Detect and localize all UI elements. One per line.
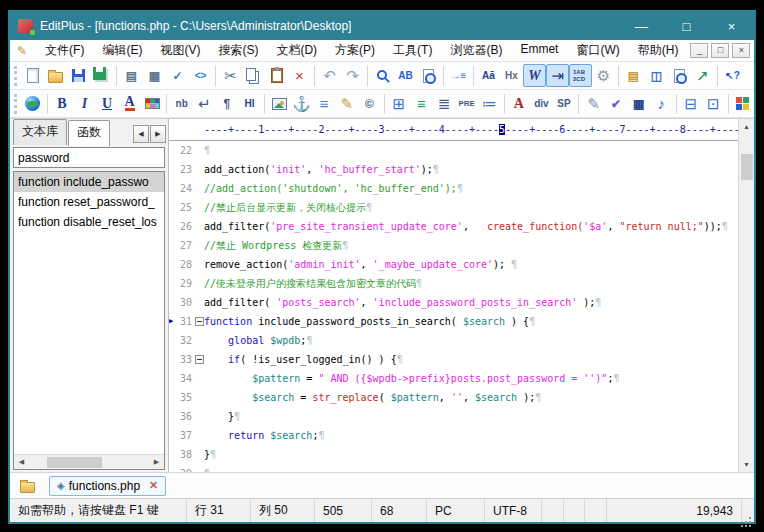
- find-in-files-button[interactable]: [417, 64, 440, 87]
- redo-button[interactable]: ↷: [341, 64, 364, 87]
- tab-close-icon[interactable]: ✕: [149, 479, 158, 492]
- hscroll-right-arrow[interactable]: ▶: [149, 458, 164, 466]
- toolbar-grip[interactable]: [14, 94, 17, 114]
- auto-indent-button[interactable]: ⇥: [546, 64, 569, 87]
- browser-preview-button[interactable]: [668, 64, 691, 87]
- view-in-browser-button[interactable]: ↗: [691, 64, 714, 87]
- menu-item-project[interactable]: 方案(P): [326, 40, 384, 61]
- web-browser-button[interactable]: [21, 92, 44, 115]
- edit-script-button[interactable]: ✎: [582, 92, 605, 115]
- menu-item-search[interactable]: 搜索(S): [209, 40, 267, 61]
- hex-viewer-button[interactable]: Hx: [500, 64, 523, 87]
- anchor-text-button[interactable]: A: [507, 92, 530, 115]
- nbsp-button[interactable]: nb: [170, 92, 193, 115]
- directory-window-button[interactable]: [15, 476, 39, 496]
- span-tag-button[interactable]: SP: [553, 92, 576, 115]
- menu-item-edit[interactable]: 编辑(E): [93, 40, 151, 61]
- vscroll-up-arrow[interactable]: ▲: [739, 119, 754, 134]
- sidebar-tab-cliptext[interactable]: 文本库: [13, 119, 67, 145]
- components-button[interactable]: [732, 92, 755, 115]
- special-chars-button[interactable]: ©: [358, 92, 381, 115]
- new-file-button[interactable]: [21, 64, 44, 87]
- html-entities-button[interactable]: <>: [189, 64, 212, 87]
- insert-form-button[interactable]: ⊟: [680, 92, 703, 115]
- find-button[interactable]: [371, 64, 394, 87]
- print-button[interactable]: ▦: [143, 64, 166, 87]
- horizontal-rule-button[interactable]: ≡: [313, 92, 336, 115]
- maximize-button[interactable]: □: [664, 12, 709, 40]
- mdi-minimize-button[interactable]: _: [690, 43, 708, 58]
- menu-item-tools[interactable]: 工具(T): [384, 40, 441, 61]
- menu-item-document[interactable]: 文档(D): [267, 40, 326, 61]
- sidebar-tab-functions[interactable]: 函数: [68, 120, 110, 146]
- resize-grip[interactable]: [742, 499, 754, 522]
- function-list[interactable]: function include_passwofunction reset_pa…: [13, 171, 165, 470]
- copy-button[interactable]: [242, 64, 265, 87]
- save-all-button[interactable]: [90, 64, 113, 87]
- function-list-item[interactable]: function reset_password_: [14, 192, 164, 212]
- undo-button[interactable]: ↶: [318, 64, 341, 87]
- close-button[interactable]: ×: [709, 12, 754, 40]
- cut-button[interactable]: ✂: [219, 64, 242, 87]
- menu-item-emmet[interactable]: Emmet: [511, 40, 567, 61]
- hscroll-thumb[interactable]: [47, 457, 102, 468]
- preferences-button[interactable]: ⚙: [592, 64, 615, 87]
- open-file-button[interactable]: [44, 64, 67, 87]
- italic-button[interactable]: I: [73, 92, 96, 115]
- div-tag-button[interactable]: div: [530, 92, 553, 115]
- paragraph-button[interactable]: ¶: [216, 92, 239, 115]
- delete-button[interactable]: ×: [288, 64, 311, 87]
- tab-functions-php[interactable]: ◈ functions.php ✕: [49, 476, 166, 496]
- context-help-button[interactable]: ↖?: [721, 64, 744, 87]
- insert-table-button[interactable]: ⊞: [388, 92, 411, 115]
- vscroll-down-arrow[interactable]: ▼: [739, 457, 754, 472]
- set-font-button[interactable]: Aā: [477, 64, 500, 87]
- anchor-button[interactable]: ⚓: [290, 92, 313, 115]
- menu-item-window[interactable]: 窗口(W): [567, 40, 628, 61]
- menu-item-help[interactable]: 帮助(H): [629, 40, 688, 61]
- tab-scroll-left-button[interactable]: ◀: [133, 125, 149, 143]
- word-wrap-button[interactable]: W: [523, 64, 546, 87]
- menu-item-file[interactable]: 文件(F): [36, 40, 93, 61]
- color-palette-button[interactable]: [141, 92, 164, 115]
- preformatted-button[interactable]: PRE: [455, 92, 478, 115]
- center-text-button[interactable]: ≣: [433, 92, 456, 115]
- toolbar-grip[interactable]: [14, 66, 17, 86]
- insert-list-button[interactable]: ≔: [478, 92, 501, 115]
- fold-collapse-icon[interactable]: [195, 317, 204, 326]
- vscroll-thumb[interactable]: [741, 154, 753, 180]
- insert-music-button[interactable]: ♪: [650, 92, 673, 115]
- document-list-button[interactable]: ▤: [622, 64, 645, 87]
- form-controls-button[interactable]: ⊡: [702, 92, 725, 115]
- bold-button[interactable]: B: [51, 92, 74, 115]
- save-button[interactable]: [67, 64, 90, 87]
- window-list-button[interactable]: ◫: [645, 64, 668, 87]
- heading-button[interactable]: HI: [238, 92, 261, 115]
- editor-pane[interactable]: ----+----1----+----2----+----3----+----4…: [168, 119, 738, 472]
- goto-line-button[interactable]: →≡: [447, 64, 470, 87]
- minimize-button[interactable]: —: [619, 12, 664, 40]
- replace-button[interactable]: AB: [394, 64, 417, 87]
- function-list-item[interactable]: function disable_reset_los: [14, 212, 164, 232]
- div-block-button[interactable]: ≡: [410, 92, 433, 115]
- insert-image-button[interactable]: [268, 92, 291, 115]
- mdi-restore-button[interactable]: □: [711, 43, 729, 58]
- line-break-button[interactable]: ↵: [193, 92, 216, 115]
- line-numbers-button[interactable]: 1AB 2CD: [569, 64, 592, 87]
- syntax-check-button[interactable]: ✔: [605, 92, 628, 115]
- fold-collapse-icon[interactable]: [195, 355, 204, 364]
- menu-item-browser[interactable]: 浏览器(B): [441, 40, 511, 61]
- tab-scroll-right-button[interactable]: ▶: [150, 125, 166, 143]
- menu-item-view[interactable]: 视图(V): [151, 40, 209, 61]
- insert-media-button[interactable]: ▦: [627, 92, 650, 115]
- mdi-close-button[interactable]: ×: [732, 43, 750, 58]
- function-filter-input[interactable]: [13, 147, 165, 168]
- font-color-button[interactable]: A: [118, 92, 141, 115]
- function-list-item[interactable]: function include_passwo: [14, 172, 164, 192]
- vertical-scrollbar[interactable]: ▲ ▼: [738, 119, 754, 472]
- spell-check-button[interactable]: ✓: [166, 64, 189, 87]
- compose-button[interactable]: ✎: [335, 92, 358, 115]
- print-preview-button[interactable]: ▤: [120, 64, 143, 87]
- underline-button[interactable]: U: [96, 92, 119, 115]
- sidebar-horizontal-scrollbar[interactable]: ◀ ▶: [14, 454, 164, 469]
